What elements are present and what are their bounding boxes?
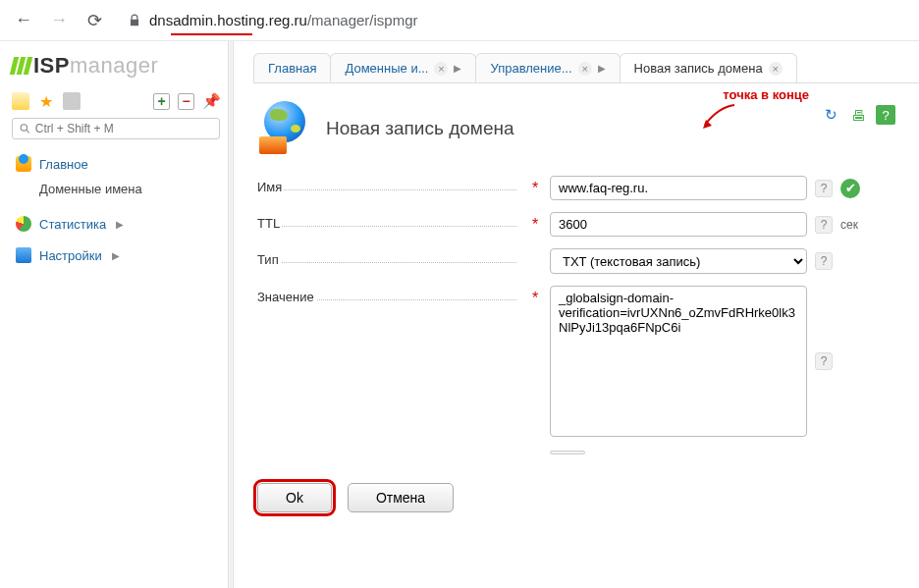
clipboard-icon[interactable]: [63, 92, 81, 110]
required-icon: *: [532, 212, 550, 234]
value-textarea[interactable]: _globalsign-domain-verification=ivrUXNn6…: [550, 286, 807, 437]
svg-line-1: [27, 131, 29, 134]
back-button[interactable]: ←: [10, 7, 37, 34]
tab-new-record[interactable]: Новая запись домена×: [620, 53, 797, 82]
monitor-icon: [16, 247, 31, 263]
help-icon[interactable]: ?: [815, 216, 833, 234]
annotation-text: точка в конце: [723, 87, 809, 102]
close-icon[interactable]: ×: [434, 62, 448, 76]
close-icon[interactable]: ×: [578, 62, 592, 76]
type-label: Тип: [257, 248, 532, 267]
tab-main[interactable]: Главная: [253, 53, 331, 82]
add-icon[interactable]: +: [153, 93, 170, 110]
sidebar-toolbar: ★ + − 📌: [12, 92, 220, 110]
help-icon[interactable]: ?: [876, 105, 895, 125]
url-path: /manager/ispmgr: [307, 12, 418, 28]
ttl-input[interactable]: [550, 212, 807, 237]
printer-icon[interactable]: 🖶: [848, 105, 868, 125]
help-icon[interactable]: ?: [815, 180, 833, 197]
url-host: dnsadmin.hosting.reg.ru: [149, 12, 307, 28]
value-label: Значение: [257, 286, 532, 304]
pin-icon[interactable]: 📌: [202, 92, 220, 110]
ok-button[interactable]: Ok: [257, 483, 332, 512]
tab-manage[interactable]: Управление...×▶: [475, 53, 620, 82]
svg-point-0: [21, 125, 27, 131]
piechart-icon: [16, 216, 31, 232]
forward-button[interactable]: →: [45, 7, 73, 34]
sidebar-item-main[interactable]: Главное: [12, 151, 220, 177]
browser-bar: ← → ⟳ dnsadmin.hosting.reg.ru/manager/is…: [0, 0, 919, 41]
ttl-suffix: сек: [840, 218, 858, 232]
star-icon[interactable]: ★: [37, 92, 55, 110]
tab-bar: Главная Доменные и...×▶ Управление...×▶ …: [253, 53, 919, 83]
ttl-label: TTL: [257, 212, 532, 231]
refresh-icon[interactable]: ↻: [821, 105, 840, 125]
list-icon[interactable]: [12, 92, 29, 110]
type-select[interactable]: TXT (текстовая запись): [550, 248, 807, 274]
sidebar-search[interactable]: [12, 118, 220, 139]
page-title: Новая запись домена: [326, 118, 514, 139]
logo-bars-icon: [12, 57, 30, 75]
chevron-right-icon: ▶: [598, 63, 606, 74]
sidebar-item-domains[interactable]: Доменные имена: [12, 177, 220, 201]
main-area: Главная Доменные и...×▶ Управление...×▶ …: [234, 41, 919, 588]
help-icon[interactable]: ?: [815, 252, 833, 270]
close-icon[interactable]: ×: [769, 62, 783, 76]
chevron-right-icon: ▶: [454, 63, 461, 74]
resize-handle[interactable]: [550, 443, 895, 457]
chevron-right-icon: ▶: [112, 250, 120, 261]
sidebar-item-stats[interactable]: Статистика ▶: [12, 211, 220, 237]
globe-folder-icon: [257, 101, 312, 156]
required-icon: *: [532, 176, 550, 197]
page-header: Новая запись домена: [257, 101, 895, 156]
sidebar: ISPmanager ★ + − 📌 Главное Доменные имен…: [0, 41, 228, 588]
sidebar-item-settings[interactable]: Настройки ▶: [12, 242, 220, 268]
search-icon: [19, 122, 31, 135]
name-label: Имя: [257, 176, 532, 194]
globe-icon: [16, 156, 31, 172]
check-ok-icon: ✔: [840, 179, 860, 198]
required-icon: *: [532, 286, 550, 307]
lock-icon: [128, 14, 141, 27]
reload-button[interactable]: ⟳: [81, 7, 108, 34]
search-input[interactable]: [35, 122, 213, 135]
help-icon[interactable]: ?: [815, 352, 833, 370]
cancel-button[interactable]: Отмена: [348, 483, 454, 512]
page-actions: ↻ 🖶 ?: [821, 105, 895, 125]
app-logo: ISPmanager: [12, 53, 220, 79]
annotation-underline: [171, 33, 252, 35]
arrow-icon: [699, 103, 736, 131]
url-bar[interactable]: dnsadmin.hosting.reg.ru/manager/ispmgr: [128, 12, 417, 28]
name-input[interactable]: [550, 176, 807, 200]
tab-domains[interactable]: Доменные и...×▶: [330, 53, 476, 82]
chevron-right-icon: ▶: [116, 219, 124, 230]
remove-icon[interactable]: −: [178, 93, 194, 110]
